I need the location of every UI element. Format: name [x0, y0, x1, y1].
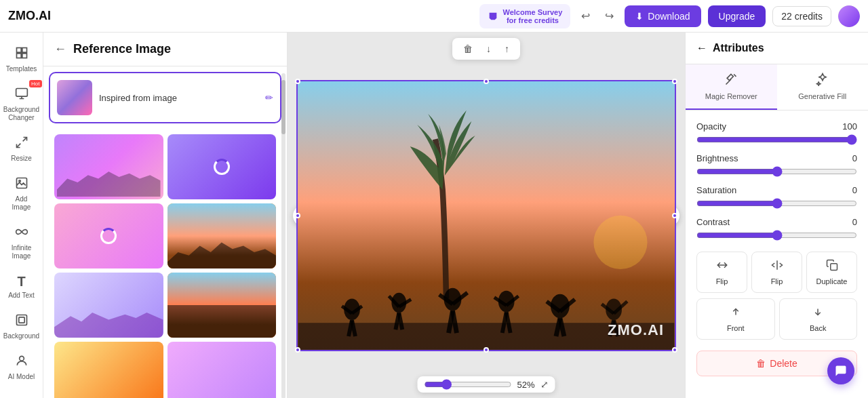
sidebar-item-background[interactable]: Background	[3, 308, 41, 346]
generative-fill-button[interactable]: Generative Fill	[777, 64, 869, 110]
flip-vertical-button[interactable]: Flip	[751, 252, 802, 293]
selection-handle-bl[interactable]	[295, 347, 300, 353]
selection-handle-tl[interactable]	[295, 79, 300, 84]
svg-point-8	[18, 180, 20, 182]
grid-image-4[interactable]	[167, 203, 277, 268]
move-layer-down-button[interactable]: ↓	[481, 41, 496, 57]
canvas-area: 🗑 ↓ ↑ ‹ ›	[288, 33, 685, 398]
image-grid	[49, 129, 281, 398]
selection-handle-tr[interactable]	[672, 79, 677, 84]
sidebar-item-templates[interactable]: Templates	[3, 41, 41, 79]
opacity-slider-row: Opacity 100	[696, 121, 857, 145]
redo-button[interactable]: ↪	[601, 7, 618, 25]
grid-image-1[interactable]	[54, 134, 163, 199]
reference-panel: ← Reference Image Inspired from image ✏	[43, 33, 288, 398]
sidebar-item-background-label: Background	[3, 332, 39, 340]
sidebar-item-background-changer-label: Background Changer	[3, 106, 39, 122]
loading-spinner-2	[214, 159, 230, 175]
grid-image-3[interactable]	[54, 203, 163, 268]
move-layer-up-button[interactable]: ↑	[499, 41, 515, 57]
background-changer-icon	[15, 87, 28, 104]
sidebar-item-add-image[interactable]: Add Image	[3, 171, 41, 217]
loading-spinner-3	[100, 228, 117, 244]
delete-layer-button[interactable]: 🗑	[458, 41, 478, 57]
left-sidebar: Templates Background Changer Hot Resize …	[0, 33, 43, 398]
generative-fill-icon	[816, 73, 829, 89]
flip-v-icon	[771, 259, 783, 275]
grid-image-8[interactable]	[167, 342, 277, 398]
sidebar-item-background-changer[interactable]: Background Changer Hot	[3, 81, 41, 127]
panel-back-button[interactable]: ←	[54, 42, 66, 56]
fullscreen-button[interactable]: ⤢	[540, 379, 549, 390]
reference-item[interactable]: Inspired from image ✏	[49, 72, 281, 123]
canvas-image-container[interactable]: ZMO.AI	[296, 80, 676, 351]
sidebar-item-add-text[interactable]: T Add Text	[3, 268, 41, 305]
delete-icon: 🗑	[756, 358, 766, 369]
reference-edit-button[interactable]: ✏	[265, 92, 273, 103]
undo-button[interactable]: ↩	[577, 7, 594, 25]
grid-image-6[interactable]	[167, 273, 277, 338]
upgrade-button[interactable]: Upgrade	[708, 5, 766, 27]
selection-handle-tm[interactable]	[484, 79, 489, 84]
selection-handle-bm[interactable]	[484, 347, 489, 353]
canvas-zoom-bar: 52% ⤢	[417, 376, 555, 393]
brightness-slider-row: Brightness 0	[696, 153, 857, 177]
svg-rect-3	[22, 54, 26, 58]
reference-label: Inspired from image	[99, 93, 258, 103]
svg-rect-10	[18, 317, 24, 323]
magic-remover-button[interactable]: Magic Remover	[686, 64, 777, 110]
attributes-back-icon: ←	[696, 42, 707, 54]
sidebar-item-add-image-label: Add Image	[7, 195, 37, 212]
attribute-actions-row2: Front Back	[686, 298, 868, 345]
svg-rect-0	[16, 48, 21, 53]
svg-line-6	[16, 144, 20, 148]
grid-image-7[interactable]	[54, 342, 163, 398]
credits-button[interactable]: 22 credits	[772, 6, 831, 26]
sidebar-item-ai-model[interactable]: AI Model	[3, 349, 41, 386]
grid-image-5[interactable]	[54, 273, 163, 338]
sidebar-item-templates-label: Templates	[6, 65, 37, 73]
chat-bubble-button[interactable]	[827, 357, 854, 384]
grid-image-2[interactable]	[167, 134, 277, 199]
ai-model-icon	[15, 354, 28, 371]
back-button[interactable]: Back	[779, 298, 858, 340]
panel-header: ← Reference Image	[43, 33, 287, 66]
contrast-slider[interactable]	[696, 230, 857, 241]
avatar[interactable]	[838, 5, 860, 27]
back-icon	[812, 306, 824, 321]
magic-remover-icon	[724, 73, 738, 89]
selection-handle-mr[interactable]	[672, 213, 677, 218]
canvas-image: ZMO.AI	[298, 81, 675, 350]
zoom-slider[interactable]	[424, 379, 511, 390]
back-label: Back	[810, 324, 826, 332]
delete-label: Delete	[770, 358, 797, 369]
download-button[interactable]: ⬇ Download	[625, 5, 701, 27]
topbar: ZMO.AI Welcome Survey for free credits ↩…	[0, 0, 868, 33]
saturation-slider[interactable]	[696, 198, 857, 209]
opacity-slider[interactable]	[696, 134, 857, 145]
reference-thumbnail	[57, 80, 92, 115]
background-icon	[15, 313, 28, 330]
attributes-title: ← Attributes	[696, 42, 857, 54]
svg-rect-1	[22, 48, 26, 53]
logo: ZMO.AI	[8, 9, 51, 23]
flip-v-label: Flip	[771, 277, 783, 285]
panel-title: Reference Image	[73, 42, 171, 56]
right-panel: ← Attributes Magic Remover Generative Fi…	[685, 33, 868, 398]
selection-handle-ml[interactable]	[295, 213, 300, 218]
front-button[interactable]: Front	[696, 298, 775, 340]
svg-rect-9	[16, 315, 26, 325]
flip-h-icon	[716, 259, 728, 275]
flip-horizontal-button[interactable]: Flip	[696, 252, 747, 293]
main-area: Templates Background Changer Hot Resize …	[0, 33, 868, 398]
duplicate-label: Duplicate	[816, 277, 848, 285]
selection-handle-br[interactable]	[672, 347, 677, 353]
duplicate-button[interactable]: Duplicate	[806, 252, 857, 293]
svg-point-43	[593, 216, 647, 269]
survey-label: Welcome Survey for free credits	[502, 8, 562, 24]
saturation-value: 0	[852, 185, 857, 195]
sidebar-item-resize[interactable]: Resize	[3, 130, 41, 168]
brightness-slider[interactable]	[696, 166, 857, 177]
survey-button[interactable]: Welcome Survey for free credits	[479, 4, 570, 28]
sidebar-item-infinite-image[interactable]: Infinite Image	[3, 220, 41, 266]
